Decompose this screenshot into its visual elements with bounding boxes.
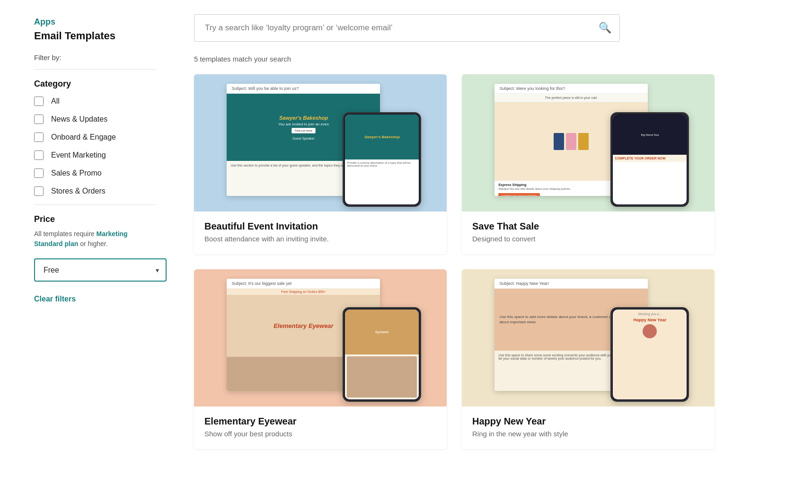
category-item-news-updates[interactable]: News & Updates xyxy=(34,115,156,124)
mobile-card3-lower xyxy=(345,354,419,399)
template-card-save-that-sale[interactable]: Subject: Were you looking for this? The … xyxy=(462,74,715,254)
price-description: All templates require Marketing Standard… xyxy=(34,229,156,249)
template-desc-4: Ring in the new year with style xyxy=(472,430,704,438)
category-label-sales-promo: Sales & Promo xyxy=(51,169,102,177)
templates-grid: Subject: Will you be able to join us? Sa… xyxy=(194,74,715,449)
template-desc-3: Show off your best products xyxy=(204,430,436,438)
template-name-2: Save That Sale xyxy=(472,221,704,232)
book-pink xyxy=(566,133,576,150)
results-count: 5 templates match your search xyxy=(194,55,789,63)
mobile-inner-1: Sawyer's Bakeshop Provide a concise desc… xyxy=(345,115,419,204)
email-mobile-4: Wishing you a... Happy New Year xyxy=(610,307,689,402)
mobile-card1-brand: Sawyer's Bakeshop xyxy=(364,135,400,139)
mobile-happy-content: Wishing you a... Happy New Year xyxy=(613,309,687,399)
book-blue xyxy=(554,133,564,150)
checkbox-onboard-engage[interactable] xyxy=(34,133,44,142)
eyewear-brand: Elementary Eyewear xyxy=(274,322,333,329)
mobile-inner-2: Big Mood Spa COMPLETE YOUR ORDER NOW xyxy=(613,115,687,204)
template-image-happy-new-year: Subject: Happy New Year! Use this space … xyxy=(462,269,715,407)
main-content: 🔍 5 templates match your search Subject:… xyxy=(175,0,812,504)
category-list: All News & Updates Onboard & Engage Even… xyxy=(34,97,156,196)
mobile-card3-top: Eyewear xyxy=(345,309,419,354)
email-subject-2: Subject: Were you looking for this? xyxy=(494,84,648,94)
checkbox-sales-promo[interactable] xyxy=(34,168,44,178)
email-subject-1: Subject: Will you be able to join us? xyxy=(227,84,380,94)
template-card-info-3: Elementary Eyewear Show off your best pr… xyxy=(194,407,447,449)
price-title: Price xyxy=(34,214,156,224)
email-mockup-3: Subject: It's our biggest sale yet Free … xyxy=(227,279,414,397)
book-yellow xyxy=(578,133,589,150)
page-title: Email Templates xyxy=(34,30,156,42)
mobile-inner-4: Wishing you a... Happy New Year xyxy=(613,309,687,399)
template-name-3: Elementary Eyewear xyxy=(204,416,436,427)
clear-filters-button[interactable]: Clear filters xyxy=(34,295,76,303)
sidebar: Apps Email Templates Filter by: Category… xyxy=(0,0,175,504)
price-filter-wrapper: Free All ▾ xyxy=(34,258,167,282)
mobile-card2-text: Big Mood Spa xyxy=(641,133,659,136)
category-label-event-marketing: Event Marketing xyxy=(51,151,106,159)
mobile-card2-lower: COMPLETE YOUR ORDER NOW xyxy=(613,155,687,162)
price-desc-text: All templates require xyxy=(34,230,97,238)
email-mobile-3: Eyewear xyxy=(343,307,421,402)
mobile-wishing: Wishing you a... xyxy=(615,312,685,316)
category-item-all[interactable]: All xyxy=(34,97,156,106)
glasses-img xyxy=(347,356,417,398)
card1-subtitle: You are invited to join an even xyxy=(278,122,329,126)
checkbox-event-marketing[interactable] xyxy=(34,150,44,160)
checkbox-news-updates[interactable] xyxy=(34,115,44,124)
category-label-all: All xyxy=(51,97,60,106)
category-item-onboard-engage[interactable]: Onboard & Engage xyxy=(34,133,156,142)
email-mockup-2: Subject: Were you looking for this? The … xyxy=(494,84,681,202)
person-avatar xyxy=(643,324,657,338)
divider-2 xyxy=(34,204,156,205)
category-label-onboard-engage: Onboard & Engage xyxy=(51,133,116,141)
email-subject-4: Subject: Happy New Year! xyxy=(494,279,648,289)
search-bar-wrapper: 🔍 xyxy=(194,14,620,42)
happy-new-year-title: Happy New Year xyxy=(615,318,685,322)
template-name-4: Happy New Year xyxy=(472,416,704,427)
mobile-card2-top: Big Mood Spa xyxy=(613,115,687,155)
apps-link[interactable]: Apps xyxy=(34,17,156,27)
email-mockup-4: Subject: Happy New Year! Use this space … xyxy=(494,279,681,397)
template-image-elementary-eyewear: Subject: It's our biggest sale yet Free … xyxy=(194,269,447,407)
category-item-stores-orders[interactable]: Stores & Orders xyxy=(34,186,156,196)
template-card-info-2: Save That Sale Designed to convert xyxy=(462,212,715,254)
template-desc-2: Designed to convert xyxy=(472,235,704,243)
divider-1 xyxy=(34,69,156,70)
email-mobile-2: Big Mood Spa COMPLETE YOUR ORDER NOW xyxy=(610,112,689,207)
price-select[interactable]: Free All xyxy=(34,258,167,282)
search-icon[interactable]: 🔍 xyxy=(599,22,611,34)
category-label-news-updates: News & Updates xyxy=(51,115,107,124)
mobile-complete: COMPLETE YOUR ORDER NOW xyxy=(615,157,685,160)
mobile-card1-desc: Provide a concise description of a topic… xyxy=(345,159,419,169)
category-item-event-marketing[interactable]: Event Marketing xyxy=(34,150,156,160)
find-out-more: Find out more xyxy=(291,128,316,133)
guest-speaker: Guest Speaker xyxy=(292,137,315,140)
cart-text: The perfect piece is still in your cart. xyxy=(494,94,648,102)
template-card-elementary-eyewear[interactable]: Subject: It's our biggest sale yet Free … xyxy=(194,269,447,449)
email-mockup-1: Subject: Will you be able to join us? Sa… xyxy=(227,84,414,202)
template-image-save-that-sale: Subject: Were you looking for this? The … xyxy=(462,74,715,212)
filter-by-label: Filter by: xyxy=(34,53,156,62)
template-desc-1: Boost attendance with an inviting invite… xyxy=(204,235,436,243)
category-label-stores-orders: Stores & Orders xyxy=(51,187,106,195)
template-card-happy-new-year[interactable]: Subject: Happy New Year! Use this space … xyxy=(462,269,715,449)
template-name-1: Beautiful Event Invitation xyxy=(204,221,436,232)
template-card-beautiful-event-invitation[interactable]: Subject: Will you be able to join us? Sa… xyxy=(194,74,447,254)
mobile-card1-top: Sawyer's Bakeshop xyxy=(345,115,419,159)
price-desc-suffix: or higher. xyxy=(78,240,107,248)
email-mobile-1: Sawyer's Bakeshop Provide a concise desc… xyxy=(343,112,421,207)
category-item-sales-promo[interactable]: Sales & Promo xyxy=(34,168,156,178)
checkbox-stores-orders[interactable] xyxy=(34,186,44,196)
category-title: Category xyxy=(34,79,156,89)
mobile-eyewear: Eyewear xyxy=(375,330,388,334)
complete-order-btn: COMPLETE YOUR ORDER xyxy=(498,193,539,196)
search-input[interactable] xyxy=(194,14,620,42)
email-subject-3: Subject: It's our biggest sale yet xyxy=(227,279,380,289)
checkbox-all[interactable] xyxy=(34,97,44,106)
template-card-info-4: Happy New Year Ring in the new year with… xyxy=(462,407,715,449)
template-card-info-1: Beautiful Event Invitation Boost attenda… xyxy=(194,212,447,254)
bakeshop-title: Sawyer's Bakeshop xyxy=(279,115,328,121)
free-shipping: Free Shipping on Orders $50+ xyxy=(227,289,380,295)
mobile-inner-3: Eyewear xyxy=(345,309,419,399)
